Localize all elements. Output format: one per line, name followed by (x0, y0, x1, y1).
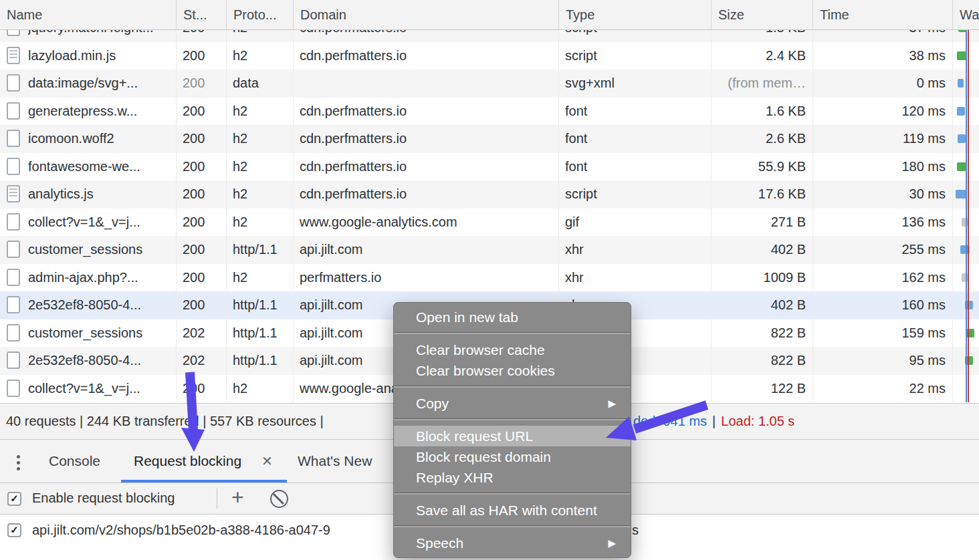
request-name[interactable]: 2e532ef8-8050-4... (28, 347, 173, 375)
table-row[interactable]: icomoon.woff2 200 h2 cdn.perfmatters.io … (0, 125, 979, 153)
context-menu: Open in new tab ▶ Clear browser cache ▶ … (393, 302, 631, 558)
request-size: 2.6 KB (711, 125, 806, 153)
request-protocol: h2 (233, 180, 290, 208)
file-icon (7, 352, 20, 369)
request-size: 55.9 KB (711, 153, 806, 181)
request-time: 255 ms (812, 236, 946, 264)
request-name[interactable]: fontawesome-we... (28, 153, 173, 181)
context-menu-item[interactable]: Save all as HAR with content ▶ (394, 500, 631, 521)
request-status: 200 (183, 98, 224, 126)
request-size: (from mem… (711, 69, 806, 98)
request-name[interactable]: collect?v=1&_v=j... (28, 208, 173, 237)
column-divider (711, 30, 712, 402)
request-status: 202 (183, 319, 224, 347)
context-menu-item[interactable]: Replay XHR ▶ (394, 467, 631, 488)
toolbar-divider (217, 488, 217, 509)
request-domain: cdn.perfmatters.io (300, 42, 556, 70)
table-row[interactable]: jquery.matchHeight... 200 h2 cdn.perfmat… (0, 30, 979, 42)
blocked-url-text[interactable]: api.jilt.com/v2/shops/b1b5e02b-a388-4186… (32, 515, 330, 546)
request-status: 202 (183, 347, 224, 375)
request-name[interactable]: data:image/svg+... (28, 69, 173, 98)
timing-summary: ded: 941 ms|Load: 1.05 s (633, 404, 794, 438)
request-name[interactable]: admin-ajax.php?... (28, 264, 173, 292)
request-size: 1.6 KB (711, 98, 806, 126)
request-status: 200 (183, 180, 224, 208)
summary-separator: | (707, 414, 721, 428)
request-name[interactable]: analytics.js (28, 180, 173, 208)
column-header-time[interactable]: Time (812, 0, 952, 29)
blocked-url-checkbox[interactable]: ✓ (7, 523, 21, 537)
context-menu-item[interactable]: Block request URL ▶ (394, 426, 631, 446)
table-row[interactable]: generatepress.w... 200 h2 cdn.perfmatter… (0, 98, 979, 126)
table-row[interactable]: collect?v=1&_v=j... 200 h2 www.google-an… (0, 208, 979, 237)
request-protocol: http/1.1 (233, 347, 290, 375)
file-icon (7, 269, 20, 286)
request-protocol: http/1.1 (233, 319, 290, 347)
context-menu-item[interactable]: Clear browser cache ▶ (394, 339, 631, 360)
request-domain: cdn.perfmatters.io (300, 98, 556, 126)
remove-all-patterns-icon[interactable] (270, 490, 288, 508)
request-type: font (565, 98, 708, 126)
request-type: xhr (565, 236, 708, 264)
column-header-type[interactable]: Type (558, 0, 711, 29)
column-header-name[interactable]: Name (0, 0, 176, 29)
request-time: 159 ms (812, 319, 946, 347)
request-name[interactable]: customer_sessions (28, 236, 173, 264)
request-domain: cdn.perfmatters.io (300, 180, 556, 208)
request-type: font (565, 125, 708, 153)
column-header-size[interactable]: Size (711, 0, 812, 29)
column-divider (226, 30, 227, 402)
request-time: 37 ms (812, 30, 946, 42)
request-name[interactable]: 2e532ef8-8050-4... (28, 291, 173, 319)
table-row[interactable]: fontawesome-we... 200 h2 cdn.perfmatters… (0, 153, 979, 181)
column-header-protocol[interactable]: Proto... (226, 0, 293, 29)
context-menu-item-label: Block request URL (416, 428, 533, 444)
file-icon (7, 102, 20, 120)
request-time: 180 ms (812, 153, 946, 181)
context-menu-item-label: Clear browser cache (416, 342, 545, 358)
tab-request-blocking[interactable]: Request blocking (134, 440, 241, 482)
column-header-waterfall[interactable]: Wa (952, 0, 979, 29)
table-row[interactable]: admin-ajax.php?... 200 h2 perfmatters.io… (0, 264, 979, 292)
table-row[interactable]: customer_sessions 200 http/1.1 api.jilt.… (0, 236, 979, 264)
kebab-menu-icon[interactable] (17, 452, 20, 473)
request-protocol: h2 (233, 98, 290, 126)
request-name[interactable]: jquery.matchHeight... (28, 30, 173, 42)
column-header-status[interactable]: St... (176, 0, 226, 29)
column-header-domain[interactable]: Domain (293, 0, 558, 29)
close-icon[interactable]: ✕ (261, 440, 273, 482)
request-protocol: h2 (233, 208, 290, 237)
context-menu-item[interactable]: Open in new tab ▶ (394, 307, 631, 327)
request-size: 271 B (711, 208, 806, 237)
request-time: 160 ms (812, 291, 946, 319)
context-menu-item[interactable]: Speech ▶ (394, 533, 631, 553)
request-name[interactable]: generatepress.w... (28, 98, 173, 126)
load-time: Load: 1.05 s (721, 414, 794, 428)
tab-console[interactable]: Console (49, 440, 100, 482)
request-size: 1009 B (711, 264, 806, 292)
table-row[interactable]: analytics.js 200 h2 cdn.perfmatters.io s… (0, 180, 979, 208)
context-menu-item[interactable]: Clear browser cookies ▶ (394, 360, 631, 381)
context-menu-item[interactable]: Block request domain ▶ (394, 446, 631, 467)
request-size: 122 B (711, 375, 806, 403)
request-type: script (565, 180, 708, 208)
add-pattern-icon[interactable]: + (231, 483, 244, 513)
request-name[interactable]: lazyload.min.js (28, 42, 173, 70)
script-lines-glyph (9, 30, 17, 32)
waterfall-bar (958, 79, 964, 88)
request-name[interactable]: collect?v=1&_v=j... (28, 375, 173, 403)
table-row[interactable]: data:image/svg+... 200 data svg+xml (fro… (0, 69, 979, 98)
context-menu-item[interactable]: Copy ▶ (394, 393, 631, 414)
request-status: 200 (183, 69, 224, 98)
tab-whats-new[interactable]: What's New (298, 440, 372, 482)
submenu-arrow-icon: ▶ (608, 393, 616, 414)
blocked-url-text-tail: s (632, 515, 639, 546)
request-domain: cdn.perfmatters.io (300, 125, 556, 153)
enable-request-blocking-checkbox[interactable]: ✓ (7, 492, 21, 506)
request-name[interactable]: icomoon.woff2 (28, 125, 173, 153)
request-name[interactable]: customer_sessions (28, 319, 173, 347)
request-type: script (565, 30, 708, 42)
table-row[interactable]: lazyload.min.js 200 h2 cdn.perfmatters.i… (0, 42, 979, 70)
request-protocol: h2 (233, 375, 290, 403)
request-protocol: http/1.1 (233, 291, 290, 319)
